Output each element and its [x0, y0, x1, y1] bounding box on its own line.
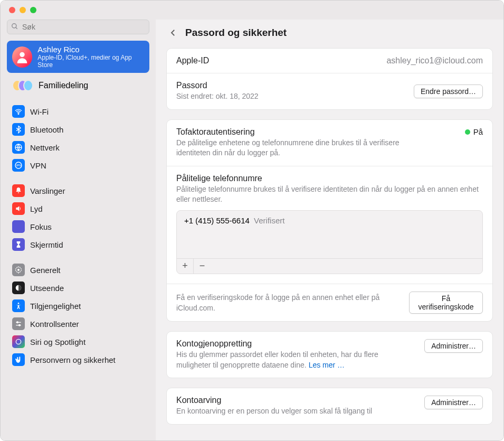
svg-text:VPN: VPN	[16, 164, 21, 167]
add-number-button[interactable]: +	[177, 259, 194, 274]
family-avatars-icon	[12, 79, 33, 92]
sidebar-item-siri[interactable]: Siri og Spotlight	[7, 333, 149, 351]
status-dot-icon	[465, 129, 470, 135]
moon-icon	[12, 220, 25, 233]
panel-recovery: Kontogjenoppretting His du glemmer passo…	[166, 331, 493, 378]
siri-icon	[12, 335, 25, 348]
verification-desc: Få en verifiseringskode for å logge på e…	[176, 293, 398, 313]
account-subtitle: Apple-ID, iCloud+, medier og App Store	[37, 54, 144, 69]
sidebar-item-screentime[interactable]: Skjermtid	[7, 236, 149, 254]
panel-security: Tofaktorautentisering På De pålitelige e…	[166, 119, 493, 322]
recovery-desc: His du glemmer passordet eller koden til…	[176, 350, 414, 370]
svg-point-13	[19, 324, 21, 326]
sidebar-item-controlcenter[interactable]: Kontrollsenter	[7, 315, 149, 333]
sidebar-item-label: Fokus	[30, 222, 52, 231]
sidebar-item-label: Familiedeling	[39, 81, 88, 90]
sidebar-item-focus[interactable]: Fokus	[7, 218, 149, 236]
bell-icon	[12, 184, 25, 197]
window-controls	[9, 7, 36, 13]
settings-window: Ashley Rico Apple-ID, iCloud+, medier og…	[0, 0, 504, 441]
get-verification-code-button[interactable]: Få verifiseringskode	[409, 292, 483, 314]
sidebar-item-general[interactable]: Generelt	[7, 261, 149, 279]
recovery-manage-button[interactable]: Administrer…	[424, 339, 483, 353]
sidebar-item-notifications[interactable]: Varslinger	[7, 182, 149, 200]
page-title: Passord og sikkerhet	[185, 27, 287, 39]
sidebar: Ashley Rico Apple-ID, iCloud+, medier og…	[1, 20, 156, 440]
sidebar-item-label: Tilgjengelighet	[30, 302, 81, 311]
search-input[interactable]	[7, 20, 149, 34]
sidebar-item-label: Siri og Spotlight	[30, 337, 85, 346]
twofa-status-text: På	[473, 127, 483, 136]
svg-point-0	[12, 24, 16, 28]
sidebar-item-label: Skjermtid	[30, 240, 63, 249]
sidebar-item-apple-id[interactable]: Ashley Rico Apple-ID, iCloud+, medier og…	[7, 41, 149, 73]
speaker-icon	[12, 202, 25, 215]
panel-legacy: Kontoarving En kontoarving er en person …	[166, 388, 493, 425]
sidebar-item-network[interactable]: Nettverk	[7, 138, 149, 156]
trusted-desc: Pålitelige telefonnumre brukes til å ver…	[176, 184, 483, 205]
accessibility-icon	[12, 299, 25, 312]
trusted-numbers-box: +1 (415) 555-6614 Verifisert + −	[176, 210, 483, 274]
avatar	[12, 46, 32, 68]
sliders-icon	[12, 317, 25, 330]
twofa-label: Tofaktorautentisering	[176, 127, 255, 137]
apple-id-value: ashley_rico1@icloud.com	[386, 56, 483, 65]
legacy-desc: En kontoarving er en person du velger so…	[176, 406, 414, 417]
password-label: Passord	[176, 81, 259, 90]
verified-label: Verifisert	[254, 216, 284, 225]
sidebar-item-vpn[interactable]: VPN VPN	[7, 156, 149, 174]
legacy-manage-button[interactable]: Administrer…	[424, 396, 483, 409]
sidebar-item-family[interactable]: Familiedeling	[7, 76, 149, 95]
trusted-number: +1 (415) 555-6614	[184, 216, 250, 225]
svg-point-3	[18, 114, 19, 115]
sidebar-item-label: Nettverk	[30, 143, 60, 152]
sidebar-item-appearance[interactable]: Utseende	[7, 279, 149, 297]
minimize-icon[interactable]	[20, 7, 26, 13]
vpn-icon: VPN	[12, 159, 25, 172]
change-password-button[interactable]: Endre passord…	[414, 85, 483, 98]
svg-point-2	[20, 52, 24, 57]
legacy-label: Kontoarving	[176, 396, 414, 405]
recovery-label: Kontogjenoppretting	[176, 339, 414, 349]
sidebar-item-bluetooth[interactable]: Bluetooth	[7, 120, 149, 138]
remove-number-button[interactable]: −	[194, 259, 211, 274]
recovery-learn-more-link[interactable]: Les mer …	[309, 361, 345, 369]
sidebar-item-label: Lyd	[30, 204, 43, 213]
sidebar-item-label: Personvern og sikkerhet	[30, 355, 116, 364]
titlebar	[1, 1, 503, 20]
sidebar-item-label: Generelt	[30, 266, 61, 275]
wifi-icon	[12, 105, 25, 118]
sidebar-item-label: Kontrollsenter	[30, 320, 79, 329]
gear-icon	[12, 264, 25, 276]
apple-id-label: Apple-ID	[176, 56, 209, 65]
back-chevron-icon[interactable]	[168, 28, 178, 37]
svg-point-14	[16, 339, 21, 344]
appearance-icon	[12, 282, 25, 294]
sidebar-item-wifi[interactable]: Wi-Fi	[7, 102, 149, 120]
sidebar-item-label: Varslinger	[30, 186, 65, 195]
sidebar-item-label: Bluetooth	[30, 125, 63, 134]
bluetooth-icon	[12, 123, 25, 136]
password-last-changed: Sist endret: okt. 18, 2022	[176, 91, 259, 102]
twofa-status: På	[465, 127, 483, 136]
globe-icon	[12, 141, 25, 154]
sidebar-item-privacy[interactable]: Personvern og sikkerhet	[7, 351, 149, 369]
hand-icon	[12, 353, 25, 366]
svg-point-9	[18, 303, 20, 304]
panel-account: Apple-ID ashley_rico1@icloud.com Passord…	[166, 48, 493, 110]
sidebar-item-sound[interactable]: Lyd	[7, 200, 149, 218]
trusted-number-row[interactable]: +1 (415) 555-6614 Verifisert	[177, 211, 482, 258]
sidebar-item-accessibility[interactable]: Tilgjengelighet	[7, 297, 149, 315]
maximize-icon[interactable]	[30, 7, 36, 13]
sidebar-item-label: Wi-Fi	[30, 107, 49, 116]
svg-line-1	[16, 27, 17, 29]
search-icon	[11, 23, 18, 30]
svg-point-11	[17, 322, 18, 323]
sidebar-item-label: VPN	[30, 161, 46, 170]
trusted-label: Pålitelige telefonnumre	[176, 174, 483, 183]
hourglass-icon	[12, 238, 25, 251]
twofa-desc: De pålitelige enhetene og telefonnumrene…	[176, 138, 430, 158]
close-icon[interactable]	[9, 7, 15, 13]
sidebar-item-label: Utseende	[30, 284, 64, 293]
account-name: Ashley Rico	[37, 45, 144, 54]
